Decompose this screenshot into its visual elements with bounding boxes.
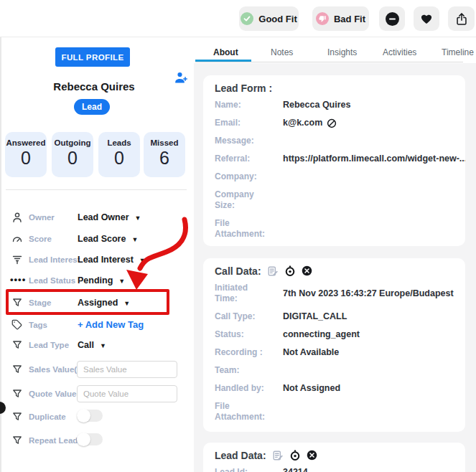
field-row-lead-status: •••• Lead Status Pending▼ [0,273,194,291]
score-dropdown[interactable]: Lead Score▼ [78,234,138,244]
call-data-title: Call Data: [215,265,261,277]
field-label: Repeat Lead [29,436,78,445]
add-contact-icon[interactable] [174,71,188,85]
tab-activities[interactable]: Activities [383,47,416,57]
funnel-icon [11,364,23,375]
field-row-owner: Owner Lead Owner▼ [0,210,194,227]
block-button[interactable] [379,6,405,31]
field-row-duplicate: Duplicate [0,410,194,427]
funnel-icon [11,411,23,423]
field-label: Lead Interest [29,255,80,264]
favorite-button[interactable] [414,6,439,31]
tab-insights[interactable]: Insights [327,47,357,57]
heart-icon [420,13,433,24]
minus-circle-icon [385,11,400,27]
lead-status-dropdown[interactable]: Pending▼ [78,275,125,285]
stat-value: 0 [5,148,47,169]
bad-fit-button[interactable]: Bad Fit [312,6,369,31]
tab-about[interactable]: About [213,47,238,57]
duplicate-toggle[interactable] [77,410,103,422]
stage-dropdown[interactable]: Assigned▼ [78,298,130,308]
good-fit-button[interactable]: Good Fit [239,6,299,31]
notes-icon[interactable] [267,265,279,277]
field-label: Duplicate [29,412,66,421]
dots-icon: •••• [10,274,26,285]
call-data-row-call-type: Call Type: DIGITAL_CALL [215,311,454,322]
stat-label: Leads [98,138,140,147]
stat-label: Answered [5,138,47,147]
lead-form-card: Lead Form : Name: Rebecca Quires Email: … [203,75,465,246]
tag-icon [11,319,23,331]
funnel-icon [11,388,23,400]
chevron-down-icon: ▼ [118,278,125,285]
quote-value-input[interactable] [77,385,177,402]
call-data-row-team: Team: [215,365,454,376]
lead-interest-dropdown[interactable]: Lead Interest▼ [78,255,146,265]
tab-timeline[interactable]: Timeline [442,47,474,57]
lead-detail-screen: Good Fit Bad Fit FULL P [0,0,476,472]
field-row-lead-interest: Lead Interest Lead Interest▼ [0,252,194,270]
user-icon [11,212,23,223]
lead-form-row-company: Company: [215,171,454,182]
chevron-down-icon: ▼ [100,342,106,349]
sales-value-input[interactable] [77,361,177,378]
lead-form-row-file-attachment: File Attachment: [215,218,454,240]
timer-icon[interactable] [284,265,296,277]
chevron-down-icon: ▼ [131,236,138,243]
lead-form-row-company-size: Company Size: [215,189,454,211]
call-data-row-recording: Recording : Not Available [215,347,454,358]
field-label: Owner [29,213,55,222]
field-row-stage: Stage Assigned▼ [0,296,194,313]
full-profile-button[interactable]: FULL PROFILE [55,47,130,67]
stat-label: Outgoing [52,138,93,147]
stat-value: 6 [144,148,185,169]
field-row-repeat-lead: Repeat Lead [0,433,194,450]
repeat-lead-toggle[interactable] [77,433,103,445]
stat-value: 0 [52,148,93,169]
owner-dropdown[interactable]: Lead Owner▼ [78,212,141,222]
stat-outgoing: Outgoing 0 [52,132,93,177]
field-row-sales-value: Sales Value($) [0,362,194,379]
good-fit-label: Good Fit [258,14,297,24]
lead-data-title: Lead Data: [215,450,266,461]
field-row-score: Score Lead Score▼ [0,232,194,249]
call-data-card: Call Data: Initiated Time: 7th Nov 2023 … [203,258,465,432]
chevron-down-icon: ▼ [123,300,130,307]
field-row-quote-value: Quote Value($) [0,387,194,404]
call-data-row-handled-by: Handled by: Not Assigned [215,383,454,394]
share-button[interactable] [448,6,475,31]
check-circle-icon [241,12,253,25]
lead-data-card: Lead Data: Lead Id: 34214 [203,443,465,472]
tab-notes[interactable]: Notes [271,47,293,57]
lead-type-badge: Lead [74,99,110,115]
close-circle-icon[interactable] [307,450,318,461]
lead-form-row-message: Message: [215,136,454,146]
lead-type-dropdown[interactable]: Call▼ [78,340,106,350]
lead-form-row-referral: Referral: https://platform.limecall.com/… [215,154,454,164]
stat-missed: Missed 6 [144,132,185,177]
blocked-icon[interactable] [327,118,337,128]
call-data-row-initiated-time: Initiated Time: 7th Nov 2023 16:43:27 Eu… [215,283,454,304]
lead-data-row-lead-id: Lead Id: 34214 [215,467,454,472]
toggle-knob [77,409,90,423]
gauge-icon [11,233,23,245]
funnel-lines-icon [11,254,23,265]
timer-icon[interactable] [289,450,301,461]
share-icon [455,12,468,26]
tabs-divider [195,62,463,62]
add-new-tag-link[interactable]: + Add New Tag [78,319,144,330]
toggle-knob [77,433,90,446]
thumbs-down-circle-icon [316,12,329,25]
field-label: Lead Status [29,276,75,285]
close-circle-icon[interactable] [302,265,313,277]
field-row-tags: Tags + Add New Tag [0,318,194,335]
field-label: Sales Value($) [29,365,84,374]
stat-answered: Answered 0 [5,132,47,177]
chevron-down-icon: ▼ [139,257,146,264]
funnel-icon [11,435,23,446]
divider [6,189,187,190]
stat-label: Missed [144,138,185,147]
call-data-row-file-attachment: File Attachment: [215,401,454,423]
notes-icon[interactable] [272,450,284,461]
stat-leads: Leads 0 [98,132,140,177]
